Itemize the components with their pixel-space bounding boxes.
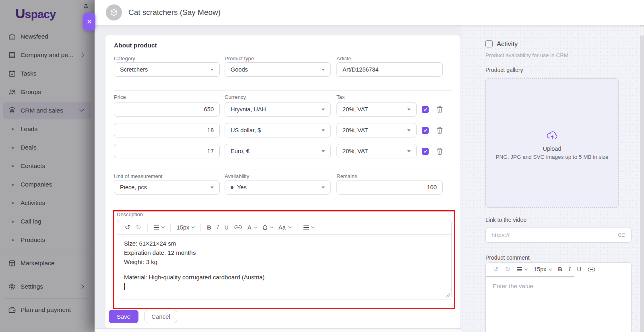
price-input[interactable]: 650 <box>114 102 220 117</box>
upload-dropzone[interactable]: Upload PNG, JPG and SVG images up to 5 M… <box>485 78 619 208</box>
product-type-label: Product type <box>225 55 254 61</box>
link-icon[interactable] <box>234 225 242 230</box>
description-label: Description <box>117 211 143 217</box>
video-link-placeholder: https:// <box>491 232 510 238</box>
italic-button[interactable]: I <box>569 266 571 273</box>
chevron-down-icon <box>288 225 291 228</box>
video-link-input[interactable]: https:// <box>485 227 632 243</box>
caret-down-icon <box>322 109 325 111</box>
price-active-checkbox[interactable] <box>422 127 429 134</box>
sidebar: U spacy Newsfeed Company and pe... Ta <box>0 0 95 332</box>
product-gallery-label: Product gallery <box>485 67 523 73</box>
vertical-scrollbar[interactable] <box>640 25 644 332</box>
caret-down-icon <box>407 109 411 111</box>
tax-select[interactable]: 20%, VAT <box>336 123 417 137</box>
price-input[interactable]: 17 <box>114 144 220 158</box>
remains-input[interactable]: 100 <box>336 180 443 195</box>
chevron-down-icon <box>524 267 528 270</box>
check-icon <box>423 107 427 111</box>
underline-button[interactable]: U <box>225 224 229 231</box>
resize-handle[interactable] <box>446 293 450 297</box>
currency-label: Currency <box>225 94 246 100</box>
description-text-area[interactable]: Size: 61×21×24 sm Expiration date: 12 mo… <box>117 235 451 282</box>
link-icon[interactable] <box>588 267 595 272</box>
italic-button[interactable]: I <box>217 224 219 231</box>
line-height-button[interactable] <box>517 267 527 271</box>
category-select[interactable]: Scretchers <box>114 62 220 77</box>
redo-icon[interactable]: ↻ <box>505 266 510 273</box>
upload-inner: Upload PNG, JPG and SVG images up to 5 M… <box>486 130 618 160</box>
description-line: Weight: 3 kg <box>124 257 444 266</box>
caret-down-icon <box>322 150 325 152</box>
caret-down-icon <box>322 69 325 71</box>
text-cursor <box>124 283 125 290</box>
price-input[interactable]: 18 <box>114 123 220 137</box>
tax-value: 20%, VAT <box>343 148 368 154</box>
price-active-checkbox[interactable] <box>422 106 429 113</box>
undo-icon[interactable]: ↺ <box>125 224 130 231</box>
modal-content: About product Category Product type Arti… <box>95 25 644 332</box>
about-product-card: About product Category Product type Arti… <box>105 35 460 328</box>
price-value: 18 <box>207 127 214 133</box>
cube-icon <box>109 8 118 17</box>
tax-select[interactable]: 20%, VAT <box>336 102 417 117</box>
product-comment-editor[interactable]: ↺ ↻ 15px B I U Enter the value <box>485 262 632 332</box>
comment-text-area[interactable]: Enter the value <box>486 278 631 295</box>
font-size-button[interactable]: 15px <box>534 266 551 273</box>
tax-label: Tax <box>336 94 345 100</box>
caret-down-icon <box>322 129 325 131</box>
close-panel-button[interactable]: ✕ <box>83 13 95 31</box>
cancel-button[interactable]: Cancel <box>144 310 177 323</box>
status-dot-icon <box>231 186 233 189</box>
bold-button[interactable]: B <box>558 266 562 273</box>
product-type-select[interactable]: Goods <box>225 62 331 77</box>
currency-value: Hryvnia, UAH <box>231 106 266 113</box>
text-color-button[interactable]: A <box>248 224 257 231</box>
highlight-color-button[interactable] <box>262 224 273 230</box>
scrollbar-thumb[interactable] <box>486 276 574 277</box>
redo-icon[interactable]: ↻ <box>136 224 141 231</box>
divider <box>433 146 433 156</box>
currency-select[interactable]: Euro, € <box>225 144 331 158</box>
activity-checkbox[interactable] <box>485 40 493 47</box>
save-button[interactable]: Save <box>109 310 138 323</box>
tax-value: 20%, VAT <box>343 106 368 113</box>
undo-icon[interactable]: ↺ <box>493 266 498 273</box>
text-case-button[interactable]: Aa <box>279 224 291 231</box>
font-size-button[interactable]: 15px <box>177 224 194 231</box>
price-label: Price <box>114 94 126 100</box>
currency-select[interactable]: US dollar, $ <box>225 123 331 137</box>
app-screen: U spacy Newsfeed Company and pe... Ta <box>0 0 644 332</box>
paragraph-gap <box>124 266 444 273</box>
chevron-down-icon <box>270 225 273 228</box>
tax-select[interactable]: 20%, VAT <box>336 144 417 158</box>
toolbar-scrollbar[interactable] <box>486 276 631 278</box>
price-value: 17 <box>207 148 214 154</box>
unit-select[interactable]: Piece, pcs <box>114 180 220 195</box>
underline-button[interactable]: U <box>577 266 581 273</box>
price-active-checkbox[interactable] <box>422 148 429 155</box>
availability-value: Yes <box>237 184 247 191</box>
line-height-button[interactable] <box>154 225 164 230</box>
description-editor[interactable]: ↺ ↻ 15px B I U A <box>117 220 452 299</box>
chevron-down-icon <box>192 225 195 228</box>
chevron-down-icon <box>254 225 257 228</box>
currency-value: US dollar, $ <box>231 127 261 133</box>
scrollbar-thumb[interactable] <box>640 26 644 36</box>
description-line: Material: High-quality corrugated cardbo… <box>124 273 444 282</box>
delete-price-row-icon[interactable] <box>436 106 444 114</box>
link-icon <box>618 233 625 237</box>
unit-label: Unit of measurement <box>114 173 163 179</box>
align-button[interactable] <box>303 225 314 230</box>
bold-button[interactable]: B <box>207 224 211 231</box>
article-input[interactable]: Art/D1256734 <box>336 62 443 77</box>
product-modal: Cat scratchers (Say Meow) About product … <box>95 0 644 332</box>
delete-price-row-icon[interactable] <box>436 148 444 156</box>
unit-value: Piece, pcs <box>120 184 147 191</box>
divider <box>200 223 201 232</box>
currency-select[interactable]: Hryvnia, UAH <box>225 102 331 117</box>
delete-price-row-icon[interactable] <box>436 127 444 135</box>
comment-toolbar: ↺ ↻ 15px B I U <box>486 263 631 276</box>
availability-select[interactable]: Yes <box>225 180 331 195</box>
section-title: About product <box>114 42 157 49</box>
